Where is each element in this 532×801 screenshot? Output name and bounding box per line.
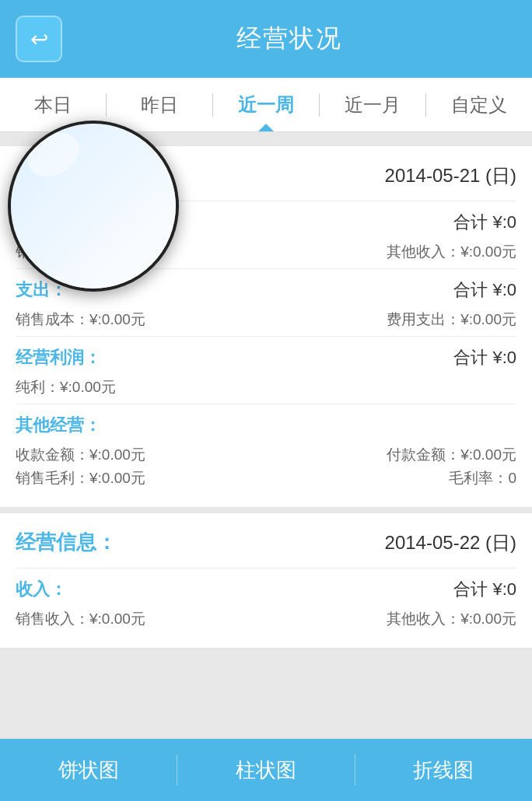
card2-income-sub-row: 销售收入：¥:0.00元 其他收入：¥:0.00元 — [16, 609, 516, 629]
card2-income-total: 合计 ¥:0 — [453, 578, 516, 606]
business-card-2: 经营信息： 2014-05-22 (日) 收入： 合计 ¥:0 销售收入：¥:0… — [0, 513, 532, 648]
bar-chart-button[interactable]: 柱状图 — [177, 739, 354, 801]
other-header-row: 其他经营： — [16, 414, 516, 442]
tab-yesterday[interactable]: 昨日 — [107, 78, 212, 131]
back-button[interactable]: ↩ — [16, 16, 62, 62]
receipt-amount: 收款金额：¥:0.00元 — [16, 445, 145, 465]
profit-sub-row: 纯利：¥:0.00元 — [16, 377, 516, 397]
other-label: 其他经营： — [16, 414, 101, 437]
line-chart-button[interactable]: 折线图 — [355, 739, 532, 801]
tab-month[interactable]: 近一月 — [320, 78, 425, 131]
other-row2: 销售毛利：¥:0.00元 毛利率：0 — [16, 468, 516, 488]
expense-total: 合计 ¥:0 — [453, 278, 516, 306]
card2-income-label: 收入： — [16, 578, 67, 601]
profit-header-row: 经营利润： 合计 ¥:0 — [16, 346, 516, 374]
page-title: 经营状况 — [62, 22, 516, 56]
profit-section: 经营利润： 合计 ¥:0 纯利：¥:0.00元 — [16, 336, 516, 397]
back-arrow-icon: ↩ — [30, 26, 48, 52]
payment-amount: 付款金额：¥:0.00元 — [387, 445, 516, 465]
pie-chart-button[interactable]: 饼状图 — [0, 739, 177, 801]
card2-header: 经营信息： 2014-05-22 (日) — [16, 529, 516, 556]
other-income: 其他收入：¥:0.00元 — [387, 242, 516, 262]
gross-margin: 毛利率：0 — [449, 468, 516, 488]
gross-profit: 销售毛利：¥:0.00元 — [16, 468, 145, 488]
expense-sub-row: 销售成本：¥:0.00元 费用支出：¥:0.00元 — [16, 310, 516, 330]
card2-title: 经营信息： — [16, 529, 117, 556]
income-total: 合计 ¥:0 — [453, 211, 516, 239]
expense-cost: 费用支出：¥:0.00元 — [387, 310, 516, 330]
profit-label: 经营利润： — [16, 346, 101, 369]
net-profit: 纯利：¥:0.00元 — [16, 377, 116, 397]
other-row1: 收款金额：¥:0.00元 付款金额：¥:0.00元 — [16, 445, 516, 465]
card2-sales-income: 销售收入：¥:0.00元 — [16, 609, 145, 629]
profit-total: 合计 ¥:0 — [453, 346, 516, 374]
card2-other-income: 其他收入：¥:0.00元 — [387, 609, 516, 629]
card2-date: 2014-05-22 (日) — [385, 530, 516, 555]
card2-income-header: 收入： 合计 ¥:0 — [16, 578, 516, 606]
other-section: 其他经营： 收款金额：¥:0.00元 付款金额：¥:0.00元 销售毛利：¥:0… — [16, 404, 516, 488]
tab-week[interactable]: 近一周 — [213, 78, 319, 131]
card1-date: 2014-05-21 (日) — [385, 163, 516, 188]
bottom-bar: 饼状图 柱状图 折线图 — [0, 739, 532, 801]
header: ↩ 经营状况 — [0, 0, 532, 78]
tab-custom[interactable]: 自定义 — [426, 78, 532, 131]
cost-of-sales: 销售成本：¥:0.00元 — [16, 310, 145, 330]
card2-income-section: 收入： 合计 ¥:0 销售收入：¥:0.00元 其他收入：¥:0.00元 — [16, 568, 516, 629]
magnifier-overlay — [8, 121, 179, 292]
